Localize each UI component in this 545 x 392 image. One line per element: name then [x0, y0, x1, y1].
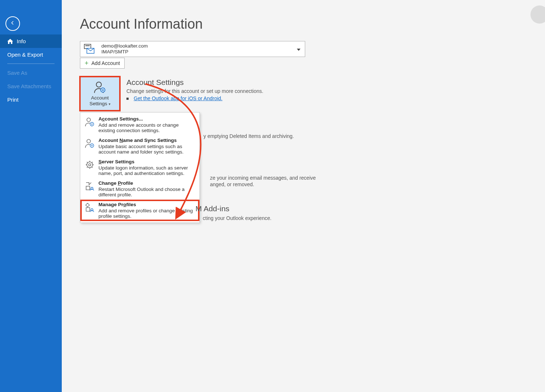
- sidebar-item-label: Save Attachments: [7, 83, 51, 89]
- svg-point-32: [86, 204, 89, 207]
- account-settings-button[interactable]: Account Settings ▾: [80, 77, 120, 111]
- bg-text-rules-a: ze your incoming email messages, and rec…: [210, 175, 316, 181]
- sidebar-item-label: Info: [17, 38, 26, 44]
- sidebar-item-save-as: Save As: [0, 66, 62, 79]
- bullet-icon: [126, 98, 129, 100]
- add-account-label: Add Account: [92, 60, 120, 66]
- svg-point-18: [90, 144, 94, 147]
- sidebar-item-info[interactable]: Info: [0, 34, 62, 48]
- person-gear-icon: [85, 138, 95, 148]
- account-selector-text: demo@lookafter.com IMAP/SMTP: [101, 43, 148, 55]
- menu-item-desc: Add and remove profiles or change existi…: [98, 208, 195, 219]
- sidebar-item-save-attachments: Save Attachments: [0, 79, 62, 93]
- svg-line-13: [101, 91, 102, 92]
- person-gear-icon: [85, 117, 95, 127]
- outlook-app-link[interactable]: Get the Outlook app for iOS or Android.: [134, 95, 222, 101]
- chevron-down-icon: ▾: [109, 102, 110, 106]
- svg-rect-30: [86, 186, 90, 190]
- account-email: demo@lookafter.com: [101, 43, 148, 49]
- svg-rect-37: [86, 208, 90, 211]
- back-arrow-icon: [9, 20, 16, 28]
- account-selector[interactable]: demo@lookafter.com IMAP/SMTP: [80, 41, 305, 57]
- big-btn-line2: Settings: [89, 101, 107, 106]
- home-icon: [7, 39, 13, 44]
- gear-icon: [85, 160, 95, 170]
- bg-text-mailbox: y emptying Deleted Items and archiving.: [203, 133, 294, 139]
- person-gear-icon: [93, 81, 106, 94]
- section-desc-account-settings: Change settings for this account or set …: [126, 88, 263, 94]
- svg-line-28: [92, 162, 93, 163]
- menu-item-server-settings[interactable]: Server Settings Update logon information…: [80, 157, 199, 178]
- svg-point-3: [96, 82, 101, 87]
- svg-line-29: [87, 167, 88, 168]
- page-title: Account Information: [80, 16, 538, 32]
- svg-point-15: [90, 122, 94, 126]
- chevron-down-icon: [297, 46, 300, 52]
- menu-item-manage-profiles[interactable]: Manage Profiles Add and remove profiles …: [80, 200, 199, 221]
- big-btn-line1: Account: [91, 95, 109, 101]
- account-protocol: IMAP/SMTP: [101, 49, 148, 55]
- svg-point-20: [87, 162, 93, 168]
- menu-item-desc: Restart Microsoft Outlook and choose a d…: [98, 187, 195, 197]
- menu-item-desc: Update logon information, such as server…: [98, 165, 195, 176]
- backstage-sidebar: Info Open & Export Save As Save Attachme…: [0, 0, 62, 392]
- section-title-account-settings: Account Settings: [126, 78, 263, 87]
- sidebar-item-print[interactable]: Print: [0, 93, 62, 106]
- svg-line-12: [104, 88, 105, 89]
- menu-item-name-sync[interactable]: Account Name and Sync Settings Update ba…: [80, 135, 199, 157]
- plus-icon: +: [85, 60, 89, 67]
- menu-item-desc: Add and remove accounts or change existi…: [98, 122, 195, 133]
- svg-point-17: [87, 139, 90, 143]
- bg-text-rules-b: anged, or removed.: [210, 181, 254, 187]
- svg-line-10: [101, 88, 102, 89]
- svg-line-11: [104, 91, 105, 92]
- menu-item-change-profile[interactable]: Change Profile Restart Microsoft Outlook…: [80, 178, 199, 200]
- bg-addins-title: M Add-ins: [195, 204, 229, 213]
- sidebar-separator: [7, 64, 54, 64]
- svg-point-14: [87, 118, 90, 122]
- profiles-gear-icon: [85, 203, 95, 213]
- add-account-button[interactable]: + Add Account: [80, 58, 125, 69]
- sidebar-item-label: Open & Export: [7, 52, 43, 58]
- svg-point-21: [89, 164, 91, 166]
- envelope-icon: [84, 44, 95, 54]
- svg-rect-0: [84, 44, 91, 49]
- menu-item-account-settings[interactable]: Account Settings... Add and remove accou…: [80, 114, 199, 135]
- main-content: Account Information demo@lookafter.com I…: [62, 0, 545, 392]
- bg-addins-desc: cting your Outlook experience.: [203, 215, 271, 221]
- svg-line-27: [92, 167, 93, 168]
- profile-switch-icon: [85, 181, 95, 191]
- svg-line-26: [87, 162, 88, 163]
- sidebar-item-label: Save As: [7, 70, 27, 76]
- menu-item-desc: Update basic account settings such as ac…: [98, 144, 195, 155]
- back-button[interactable]: [5, 16, 20, 31]
- sidebar-item-label: Print: [7, 97, 19, 103]
- account-settings-dropdown: Account Settings... Add and remove accou…: [80, 112, 200, 223]
- sidebar-item-open-export[interactable]: Open & Export: [0, 48, 62, 61]
- svg-rect-1: [85, 45, 90, 46]
